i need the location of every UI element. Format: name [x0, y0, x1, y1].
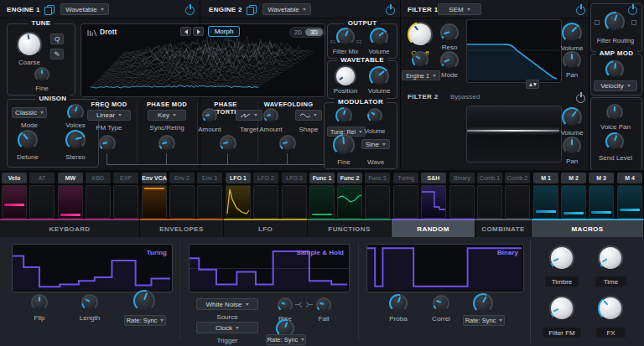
- mod-preview-m-3[interactable]: [589, 185, 614, 219]
- filter1-mode-knob[interactable]: [440, 51, 459, 70]
- wavetable-volume-knob[interactable]: [369, 66, 389, 86]
- mod-tab-env-3[interactable]: Env 3: [197, 173, 222, 183]
- mod-tab-s-and-h[interactable]: S&H: [421, 173, 446, 183]
- amp-mod-knob[interactable]: [605, 60, 624, 79]
- modulator-wave-select[interactable]: Sine: [361, 139, 390, 149]
- voice-pan-knob[interactable]: [606, 104, 623, 121]
- engine2-type-select[interactable]: Wavetable: [262, 3, 311, 15]
- stereo-knob[interactable]: [65, 130, 86, 150]
- filter-mix-knob[interactable]: [336, 28, 355, 46]
- morph-button[interactable]: Morph: [208, 26, 240, 37]
- cutoff-knob[interactable]: [408, 22, 433, 47]
- quantize-button[interactable]: Q: [50, 34, 64, 44]
- mod-preview-env-2[interactable]: [169, 185, 195, 219]
- mod-preview-velo[interactable]: [2, 185, 27, 219]
- macro-filter-fm-knob[interactable]: [549, 296, 574, 321]
- mod-tab-func-1[interactable]: Func 1: [309, 173, 335, 183]
- mod-preview-lfo-3[interactable]: [282, 185, 307, 219]
- filter1-volume-knob[interactable]: [562, 23, 582, 43]
- engine1-power-icon[interactable]: [185, 6, 195, 15]
- unison-mode-select[interactable]: Classic: [12, 107, 47, 118]
- filter1-type-select[interactable]: SEM: [438, 3, 481, 15]
- binary-rate-knob[interactable]: [473, 293, 493, 313]
- 2d-3d-toggle[interactable]: 2D 3D: [289, 27, 325, 38]
- mod-preview-func-3[interactable]: [365, 185, 390, 219]
- mod-preview-lfo-1[interactable]: [226, 185, 251, 219]
- fm-type-select[interactable]: Linear: [87, 110, 131, 121]
- engine-volume-knob[interactable]: [370, 28, 388, 46]
- mod-preview-m-4[interactable]: [617, 185, 642, 219]
- mod-tab-at[interactable]: AT: [29, 173, 55, 183]
- detune-knob[interactable]: [18, 130, 38, 150]
- engine1-copy-icon[interactable]: [44, 5, 55, 15]
- filter2-volume-knob[interactable]: [562, 107, 582, 127]
- flip-knob[interactable]: [31, 294, 48, 311]
- mod-preview-at[interactable]: [29, 185, 55, 219]
- amp-mod-source-select[interactable]: Velocity: [594, 80, 637, 91]
- engine1-type-select[interactable]: Wavetable: [60, 3, 109, 15]
- view-3d-option[interactable]: 3D: [305, 28, 323, 36]
- sh-trigger-select[interactable]: Clock: [196, 322, 258, 333]
- sh-source-select[interactable]: White Noise: [196, 298, 258, 310]
- pd-amount-knob[interactable]: [202, 108, 217, 123]
- filter1-input-select[interactable]: Engine 1: [402, 70, 440, 80]
- wf-amount-knob[interactable]: [263, 108, 278, 123]
- proba-knob[interactable]: [389, 294, 408, 312]
- mod-tab-func-2[interactable]: Func 2: [337, 173, 362, 183]
- mod-tab-kbd[interactable]: KBD: [86, 173, 111, 183]
- mod-preview-func-1[interactable]: [309, 185, 335, 219]
- group-tab-keyboard[interactable]: KEYBOARD: [0, 219, 140, 237]
- mod-tab-lfo-1[interactable]: LFO 1: [226, 173, 251, 183]
- group-tab-random[interactable]: RANDOM: [392, 219, 475, 237]
- mod-preview-mw[interactable]: [58, 185, 83, 219]
- group-tab-combinate[interactable]: COMBINATE: [475, 219, 532, 237]
- mod-preview-turing[interactable]: [393, 185, 418, 219]
- coarse-knob[interactable]: [17, 32, 42, 57]
- engine2-power-icon[interactable]: [386, 6, 395, 15]
- macro-timbre-knob[interactable]: [549, 245, 574, 271]
- mod-tab-m-4[interactable]: M 4: [617, 173, 642, 183]
- mod-tab-lfo-2[interactable]: LFO 2: [253, 173, 278, 183]
- mod-preview-exp[interactable]: [113, 185, 138, 219]
- mod-tab-m-2[interactable]: M 2: [561, 173, 586, 183]
- engine2-copy-icon[interactable]: [247, 5, 257, 15]
- mod-preview-lfo-2[interactable]: [253, 185, 278, 219]
- mod-preview-kbd[interactable]: [86, 185, 111, 219]
- mod-preview-env-3[interactable]: [197, 185, 222, 219]
- mod-preview-comb-2[interactable]: [505, 185, 530, 219]
- filter1-input-amount-knob[interactable]: [412, 51, 428, 68]
- mod-tab-binary[interactable]: Binary: [449, 173, 475, 183]
- mod-tab-comb-1[interactable]: Comb 1: [477, 173, 502, 183]
- reso-knob[interactable]: [440, 23, 459, 42]
- binary-rate-select[interactable]: Rate: Sync: [463, 315, 505, 326]
- fine-knob[interactable]: [34, 67, 49, 82]
- freq-mod-amount-knob[interactable]: [99, 135, 116, 152]
- mod-preview-s-and-h[interactable]: [421, 185, 446, 219]
- turing-rate-knob[interactable]: [133, 290, 155, 312]
- next-wavetable-button[interactable]: [193, 27, 204, 36]
- group-tab-lfo[interactable]: LFO: [224, 219, 308, 237]
- length-knob[interactable]: [81, 294, 98, 311]
- pencil-edit-button[interactable]: ✎: [50, 49, 64, 59]
- rise-fall-link-icon[interactable]: [295, 302, 313, 307]
- modulator-volume-knob[interactable]: [367, 108, 382, 123]
- group-tab-macros[interactable]: MACROS: [532, 219, 644, 237]
- mod-preview-comb-1[interactable]: [477, 185, 502, 219]
- mod-preview-m-2[interactable]: [561, 185, 586, 219]
- macro-fx-knob[interactable]: [598, 296, 623, 321]
- filter-series-parallel-toggle[interactable]: [526, 80, 539, 89]
- mod-preview-func-2[interactable]: [337, 185, 362, 219]
- mod-tab-comb-2[interactable]: Comb 2: [505, 173, 530, 183]
- rise-knob[interactable]: [278, 297, 293, 312]
- prev-wavetable-button[interactable]: [180, 27, 191, 36]
- phase-mod-amount-knob[interactable]: [158, 135, 175, 152]
- mod-tab-turing[interactable]: Turing: [393, 173, 418, 183]
- send-level-knob[interactable]: [605, 132, 624, 151]
- mod-tab-mw[interactable]: MW: [58, 173, 83, 183]
- filter-routing-knob[interactable]: [605, 12, 625, 32]
- mod-tab-func-3[interactable]: Func 3: [365, 173, 390, 183]
- filter1-power-icon[interactable]: [576, 6, 585, 15]
- mod-preview-binary[interactable]: [449, 185, 475, 219]
- modulator-tune-knob[interactable]: [335, 107, 352, 124]
- mod-tab-lfo-3[interactable]: LFO 3: [282, 173, 307, 183]
